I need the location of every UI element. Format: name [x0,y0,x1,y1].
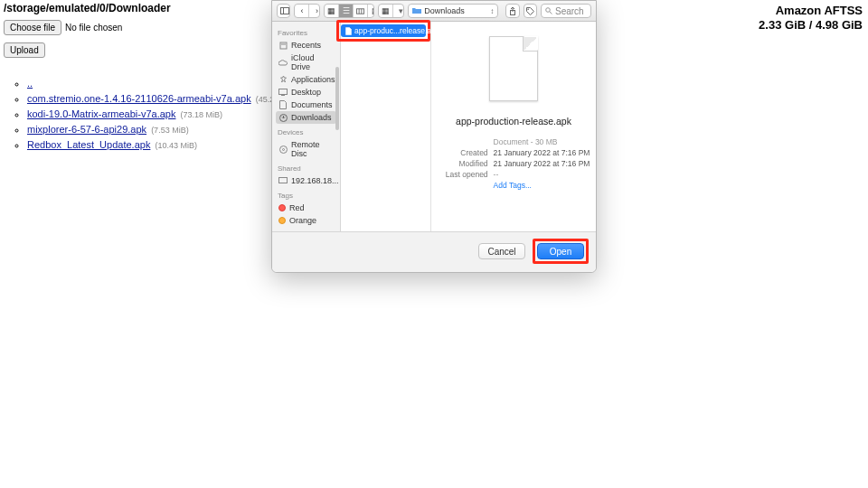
svg-point-15 [282,148,284,150]
finder-sidebar: Favorites Recents iCloud Drive Applicati… [272,22,341,231]
selected-file-label: app-produc...release.apk [354,26,439,35]
file-size: (7.53 MiB) [151,126,189,135]
no-file-label: No file chosen [65,23,122,33]
forward-icon[interactable]: › [309,5,320,17]
finder-toolbar: ‹ › ▦ ☰ ▤ ▦ ▾ Downloads ↕ [272,1,596,22]
clock-icon [278,41,288,50]
meta-created-value: 21 January 2022 at 7:16 PM [494,148,590,157]
sidebar-head-shared: Shared [278,164,336,173]
sidebar-item-label: 192.168.18... [291,176,339,185]
file-icon [345,27,352,35]
view-icon-list[interactable]: ☰ [339,5,354,17]
group-menu[interactable]: ▦ ▾ [378,4,404,18]
share-button[interactable] [505,4,519,18]
svg-rect-9 [280,42,287,49]
chevron-down-icon: ▾ [393,5,404,17]
search-placeholder: Search [555,6,584,16]
svg-rect-16 [279,178,288,183]
cloud-icon [278,58,288,67]
meta-modified-value: 21 January 2022 at 7:16 PM [494,159,590,168]
sidebar-item-label: Documents [291,100,333,109]
storage-status: 2.33 GiB / 4.98 GiB [759,18,863,33]
sidebar-head-tags: Tags [278,192,336,200]
path-dropdown[interactable]: Downloads ↕ [408,4,498,18]
file-preview-icon [489,36,538,101]
view-icon-grid[interactable]: ▦ [325,5,339,17]
file-link[interactable]: kodi-19.0-Matrix-armeabi-v7a.apk [27,108,175,119]
sidebar-item-label: Desktop [291,88,321,97]
svg-point-7 [546,8,551,13]
sidebar-item-documents[interactable]: Documents [276,99,336,111]
selected-file-row[interactable]: app-produc...release.apk [341,24,426,37]
sidebar-item-tag-red[interactable]: Red [276,202,336,214]
svg-line-8 [550,12,552,14]
document-icon [278,100,288,109]
sidebar-item-label: iCloud Drive [291,53,334,71]
view-icon-columns[interactable] [354,5,368,17]
open-button[interactable]: Open [537,243,584,259]
file-column[interactable]: app-produc...release.apk [341,22,431,231]
highlight-open-button: Open [533,239,589,264]
svg-point-6 [527,8,529,10]
device-info: Amazon AFTSS 2.33 GiB / 4.98 GiB [759,4,863,33]
parent-dir-link[interactable]: .. [27,78,33,89]
sidebar-scrollbar[interactable] [335,67,339,130]
sidebar-item-remotedisc[interactable]: Remote Disc [276,138,336,160]
file-metadata: Document - 30 MB Created21 January 2022 … [438,137,590,190]
sidebar-head-favorites: Favorites [278,29,336,37]
cancel-button[interactable]: Cancel [478,243,525,259]
tags-button[interactable] [524,4,537,18]
highlight-selected-file: app-produc...release.apk [336,20,430,42]
sidebar-item-tag-orange[interactable]: Orange [276,214,336,227]
nav-buttons[interactable]: ‹ › [294,4,320,18]
file-link[interactable]: Redbox_Latest_Update.apk [27,139,150,150]
sidebar-item-applications[interactable]: Applications [276,73,336,86]
file-size: (10.43 MiB) [155,141,197,150]
sidebar-item-label: Applications [291,75,335,84]
meta-lastopened-value: -- [494,170,590,179]
sidebar-item-desktop[interactable]: Desktop [276,86,336,99]
desktop-icon [278,88,288,97]
meta-created-label: Created [438,148,488,157]
file-open-dialog: ‹ › ▦ ☰ ▤ ▦ ▾ Downloads ↕ [271,0,597,273]
view-icon-gallery[interactable]: ▤ [368,5,374,17]
sidebar-icon [278,5,290,17]
tag-dot-orange [278,217,286,224]
group-icon: ▦ [379,5,393,17]
add-tags-link[interactable]: Add Tags... [494,181,532,190]
path-label: Downloads [424,6,465,15]
app-icon [278,75,288,84]
disc-icon [278,145,288,154]
file-link[interactable]: mixplorer-6-57-6-api29.apk [27,124,146,135]
sidebar-head-devices: Devices [278,128,336,136]
sidebar-toggle[interactable] [277,4,290,18]
sidebar-item-label: Recents [291,41,321,50]
chevron-up-down-icon: ↕ [490,7,494,15]
file-link[interactable]: com.stremio.one-1.4.16-2110626-armeabi-v… [27,93,251,104]
sidebar-item-downloads[interactable]: Downloads [276,111,336,124]
meta-kind-size: Document - 30 MB [494,137,590,146]
tag-icon [526,7,534,15]
folder-icon [412,7,421,14]
monitor-icon [278,176,288,185]
file-size: (73.18 MiB) [181,110,223,119]
choose-file-button[interactable]: Choose file [4,20,61,35]
download-icon [278,113,288,122]
search-field[interactable]: Search [541,4,591,18]
sidebar-item-shared-host[interactable]: 192.168.18...⏏ [276,174,336,187]
meta-modified-label: Modified [438,159,488,168]
sidebar-item-icloud[interactable]: iCloud Drive [276,52,336,73]
back-icon[interactable]: ‹ [295,5,309,17]
upload-button[interactable]: Upload [4,42,45,58]
dialog-footer: Cancel Open [272,231,596,272]
detail-filename: app-production-release.apk [456,116,571,127]
view-mode[interactable]: ▦ ☰ ▤ [324,4,374,18]
search-icon [545,7,552,14]
sidebar-item-recents[interactable]: Recents [276,39,336,52]
meta-lastopened-label: Last opened [438,170,488,179]
sidebar-item-label: Remote Disc [291,140,334,158]
svg-rect-0 [281,8,289,14]
sidebar-item-label: Downloads [291,113,332,122]
svg-rect-11 [279,89,288,95]
svg-rect-2 [357,8,364,13]
